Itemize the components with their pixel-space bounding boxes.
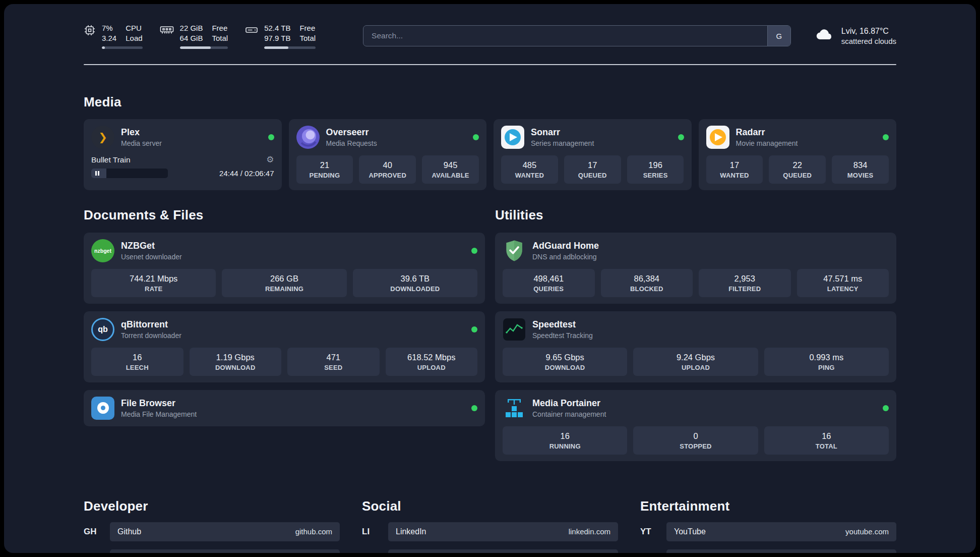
stat-queries: 498,461 QUERIES <box>503 269 595 297</box>
app-card-portainer: Media Portainer Container management 16 … <box>495 390 896 461</box>
stat-rate: 744.21 Mbps RATE <box>91 269 216 297</box>
stat-label: DOWNLOAD <box>505 364 625 371</box>
search-bar: G <box>363 25 791 46</box>
stat-pending: 21 PENDING <box>296 155 353 184</box>
app-tile-adguard[interactable]: AdGuard Home DNS and adblocking <box>503 239 889 262</box>
app-tile-sonarr[interactable]: Sonarr Series management <box>501 126 684 149</box>
section-heading-documents: Documents & Files <box>84 207 485 223</box>
app-subtitle: Container management <box>532 410 606 418</box>
app-name: Plex <box>121 127 162 138</box>
stat-value: 618.52 Mbps <box>388 353 476 362</box>
bookmark-linkedin: LI LinkedIn linkedin.com <box>362 522 618 541</box>
app-subtitle: DNS and adblocking <box>532 253 599 261</box>
cpu-widget: 7% 3.24 CPU Load <box>84 23 143 49</box>
app-name: Overseerr <box>326 127 377 138</box>
app-tile-radarr[interactable]: Radarr Movie management <box>706 126 889 149</box>
app-subtitle: Media server <box>121 139 162 147</box>
weather-widget: Lviv, 16.87°C scattered clouds <box>813 26 896 46</box>
bookmark-link-youtube[interactable]: YouTube youtube.com <box>666 522 896 541</box>
bookmark-link-stackoverflow[interactable]: StackOverflow stackoverflow.com <box>110 549 340 553</box>
cloud-icon <box>813 26 835 46</box>
bookmarks-social: Social LI LinkedIn linkedin.com TW Twitt… <box>362 498 618 553</box>
ram-icon <box>160 24 174 37</box>
status-dot <box>268 134 274 140</box>
stat-running: 16 RUNNING <box>503 426 627 455</box>
search-engine-button[interactable]: G <box>767 26 790 46</box>
app-tile-speedtest[interactable]: Speedtest Speedtest Tracking <box>503 318 889 341</box>
seek-bar[interactable] <box>91 169 168 178</box>
stat-value: 945 <box>424 160 477 170</box>
stat-label: AVAILABLE <box>424 172 477 179</box>
bookmark-link-twitter[interactable]: Twitter twitter.com <box>388 549 618 553</box>
section-heading-media: Media <box>84 94 896 110</box>
app-card-filebrowser: File Browser Media File Management <box>84 390 485 426</box>
search-input[interactable] <box>363 26 767 46</box>
stat-value: 471 <box>289 353 378 362</box>
cpu-usage-fill <box>102 46 105 49</box>
weather-condition: scattered clouds <box>841 37 896 45</box>
sonarr-icon <box>501 126 524 149</box>
bookmark-name: LinkedIn <box>396 527 426 536</box>
bookmarks-section: Developer GH Github github.com SO StackO… <box>84 498 896 553</box>
stat-value: 47.571 ms <box>799 274 887 284</box>
app-card-radarr: Radarr Movie management 17 WANTED 22 QUE… <box>699 119 897 190</box>
app-tile-nzbget[interactable]: nzbget NZBGet Usenet downloader <box>91 239 477 262</box>
stat-label: STOPPED <box>635 442 756 450</box>
ram-free-value: 22 GiB <box>180 23 203 33</box>
section-heading-entertainment: Entertainment <box>640 498 896 514</box>
stat-label: REMAINING <box>224 285 344 293</box>
stat-value: 485 <box>503 160 556 170</box>
app-tile-overseerr[interactable]: Overseerr Media Requests <box>296 126 479 149</box>
bookmark-link-netflix[interactable]: Netflix netflix.com <box>666 549 896 553</box>
stat-download: 1.19 Gbps DOWNLOAD <box>190 348 282 376</box>
filebrowser-icon <box>91 397 114 420</box>
bookmark-netflix: NF Netflix netflix.com <box>640 549 896 553</box>
stat-value: 86,384 <box>603 274 691 284</box>
stat-stopped: 0 STOPPED <box>633 426 758 455</box>
stat-label: BLOCKED <box>603 285 691 293</box>
cpu-icon <box>84 24 96 38</box>
bookmark-youtube: YT YouTube youtube.com <box>640 522 896 541</box>
status-dot <box>678 134 684 140</box>
app-tile-portainer[interactable]: Media Portainer Container management <box>503 397 889 420</box>
app-tile-qbittorrent[interactable]: qb qBittorrent Torrent downloader <box>91 318 477 341</box>
disk-free-value: 52.4 TB <box>264 23 290 33</box>
stat-blocked: 86,384 BLOCKED <box>601 269 693 297</box>
stat-value: 40 <box>361 160 414 170</box>
stat-download: 9.65 Gbps DOWNLOAD <box>503 348 627 376</box>
disk-widget: 52.4 TB 97.9 TB Free Total <box>245 23 316 49</box>
ram-total-value: 64 GiB <box>180 33 203 43</box>
bookmark-domain: youtube.com <box>845 527 889 536</box>
app-card-sonarr: Sonarr Series management 485 WANTED 17 Q… <box>494 119 692 190</box>
ram-widget: 22 GiB 64 GiB Free Total <box>160 23 228 49</box>
stat-label: TOTAL <box>766 442 887 450</box>
app-tile-filebrowser[interactable]: File Browser Media File Management <box>91 397 477 420</box>
stat-value: 16 <box>505 431 625 441</box>
stat-label: RUNNING <box>505 442 625 450</box>
stat-total: 16 TOTAL <box>764 426 889 455</box>
app-subtitle: Series management <box>531 139 594 147</box>
stat-label: MOVIES <box>834 172 887 179</box>
stat-queued: 22 QUEUED <box>769 155 826 184</box>
media-grid: ❯ Plex Media server Bullet Train ⚙ 24:44… <box>84 119 896 190</box>
stat-value: 21 <box>298 160 351 170</box>
app-card-overseerr: Overseerr Media Requests 21 PENDING 40 A… <box>289 119 487 190</box>
bookmark-link-linkedin[interactable]: LinkedIn linkedin.com <box>388 522 618 541</box>
stat-downloaded: 39.6 TB DOWNLOADED <box>353 269 477 297</box>
stat-value: 196 <box>629 160 682 170</box>
stat-value: 16 <box>766 431 887 441</box>
overseerr-icon <box>296 126 320 149</box>
stat-label: WANTED <box>708 172 761 179</box>
app-subtitle: Movie management <box>736 139 798 147</box>
stat-remaining: 266 GB REMAINING <box>222 269 346 297</box>
app-tile-plex[interactable]: ❯ Plex Media server <box>91 126 274 149</box>
bookmark-link-github[interactable]: Github github.com <box>110 522 340 541</box>
cpu-usage-bar <box>102 46 143 49</box>
app-subtitle: Usenet downloader <box>121 253 182 261</box>
disk-usage-fill <box>264 46 288 49</box>
pause-icon[interactable] <box>95 171 99 176</box>
app-name: NZBGet <box>121 241 182 251</box>
gear-icon[interactable]: ⚙ <box>266 155 274 164</box>
stat-label: LATENCY <box>799 285 887 293</box>
stat-label: RATE <box>93 285 214 293</box>
